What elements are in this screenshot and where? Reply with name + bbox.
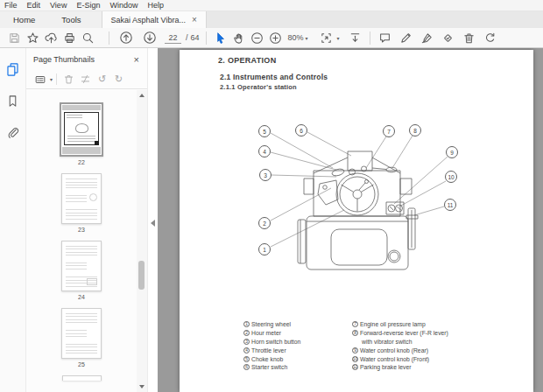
left-rail: [0, 48, 26, 392]
thumbnails-panel: Page Thumbnails × ▾ ↺ ↻ 22232425: [26, 48, 147, 392]
thumbnail-page-22[interactable]: 22: [60, 102, 103, 165]
callout-2: 2: [258, 217, 271, 229]
rotate-icon[interactable]: [481, 30, 499, 46]
sign-pen-icon[interactable]: [418, 30, 436, 46]
menu-file[interactable]: File: [4, 1, 18, 10]
scrollbar-thumb[interactable]: [138, 261, 145, 290]
select-tool-icon[interactable]: [211, 30, 229, 46]
hand-tool-icon[interactable]: [229, 30, 248, 46]
panel-toolbar-divider: [56, 74, 57, 85]
legend-text: Parking brake lever: [360, 364, 412, 370]
callout-7: 7: [383, 125, 395, 137]
search-icon[interactable]: [79, 30, 97, 46]
chevron-down-icon[interactable]: ▾: [337, 35, 340, 41]
close-panel-icon[interactable]: ×: [134, 54, 139, 65]
thumbnail-page-24[interactable]: 24: [61, 241, 102, 300]
legend-item-4: 4Throttle lever: [243, 346, 300, 354]
thumbnail-page-23[interactable]: 23: [61, 173, 102, 233]
insert-pages-icon[interactable]: [77, 72, 94, 87]
document-tab-title: Sakai Asphalt Vibra...: [111, 16, 186, 24]
thumbnail-decoration: [66, 178, 97, 191]
next-page-icon[interactable]: [140, 30, 159, 46]
scroll-down-icon[interactable]: [139, 385, 145, 388]
fit-page-icon[interactable]: [317, 30, 335, 46]
menu-bar: FileEditViewE-SignWindowHelp: [0, 0, 543, 11]
thumbnail-page-number: 23: [78, 227, 85, 233]
panel-toolbar: ▾ ↺ ↻: [26, 70, 147, 89]
callout-3: 3: [259, 169, 272, 181]
star-favorite-icon[interactable]: [24, 30, 42, 46]
attachments-paperclip-icon[interactable]: [4, 123, 22, 141]
legend-text: Horn switch button: [251, 339, 300, 345]
comment-icon[interactable]: [376, 30, 394, 46]
callout-11: 11: [444, 199, 456, 211]
thumbnail-image[interactable]: [60, 102, 103, 157]
collapse-panel-icon[interactable]: [151, 220, 155, 227]
thumbnail-decoration: [66, 313, 97, 326]
scroll-up-icon[interactable]: [139, 94, 145, 97]
toolbar-divider: [206, 32, 207, 45]
acrobat-window: FileEditViewE-SignWindowHelp Home Tools …: [0, 0, 543, 392]
share-upload-icon[interactable]: [42, 30, 60, 46]
bookmarks-icon[interactable]: [4, 92, 22, 109]
tab-tools[interactable]: Tools: [48, 11, 94, 28]
legend-right-column: 7Engine oil pressure lamp8Forward-revers…: [352, 320, 448, 372]
document-pane[interactable]: 2. OPERATION 2.1 Instruments and Control…: [158, 48, 543, 392]
legend-text: Hour meter: [251, 330, 281, 336]
legend-item-3: 3Horn switch button: [243, 338, 300, 346]
save-icon[interactable]: [5, 30, 24, 46]
highlight-pencil-icon[interactable]: [397, 30, 415, 46]
rotate-right-icon[interactable]: ↻: [110, 72, 127, 87]
legend-item-2: 2Hour meter: [243, 329, 300, 338]
page-total: 64: [191, 33, 200, 42]
zoom-level-dropdown[interactable]: 80% ▾: [288, 33, 308, 42]
thumbnail-decoration: [66, 246, 97, 258]
legend-number: 5: [243, 356, 250, 362]
legend-item-5: 5Choke knob: [243, 354, 300, 363]
thumbnail-page-number: 22: [78, 159, 85, 165]
menu-esign[interactable]: E-Sign: [76, 1, 100, 10]
thumbnail-image[interactable]: [61, 173, 102, 224]
main-toolbar: / 64 80% ▾ ▾: [0, 28, 543, 48]
stamp-icon[interactable]: [439, 30, 457, 46]
legend-number: 4: [243, 347, 250, 354]
menu-view[interactable]: View: [50, 1, 67, 10]
legend-text: Starter switch: [251, 364, 287, 370]
thumbnail-decoration: [64, 112, 99, 145]
zoom-out-icon[interactable]: [248, 30, 266, 46]
rotate-left-icon[interactable]: ↺: [94, 72, 110, 87]
menu-help[interactable]: Help: [147, 1, 164, 10]
thumbnail-decoration: [67, 115, 82, 118]
delete-pages-icon[interactable]: [60, 72, 77, 87]
zoom-in-icon[interactable]: [266, 30, 285, 46]
legend-item-10: 10Water control knob (Front): [352, 354, 448, 363]
page-indicator: / 64: [165, 32, 200, 44]
thumbnail-image[interactable]: [61, 308, 102, 359]
page-number-input[interactable]: [165, 32, 181, 44]
legend-number: 2: [243, 330, 250, 336]
legend-number: 9: [352, 347, 358, 354]
page-thumbnails-icon[interactable]: [4, 60, 22, 78]
callout-10: 10: [445, 171, 457, 183]
callout-6: 6: [295, 124, 307, 136]
legend-item-7: 7Engine oil pressure lamp: [352, 320, 448, 329]
panel-scrollbar[interactable]: [137, 90, 147, 392]
close-tab-icon[interactable]: ×: [192, 16, 197, 24]
thumbnail-options-icon[interactable]: [32, 72, 48, 87]
thumbnail-partial-next[interactable]: [62, 375, 102, 381]
callout-8: 8: [409, 124, 421, 136]
tab-document[interactable]: Sakai Asphalt Vibra... ×: [102, 11, 207, 28]
page-scrolling-icon[interactable]: [346, 30, 364, 46]
zoom-level-value: 80%: [288, 33, 304, 42]
thumbnail-page-25[interactable]: 25: [61, 308, 102, 368]
chevron-down-icon[interactable]: ▾: [50, 76, 53, 82]
menu-window[interactable]: Window: [109, 1, 138, 10]
previous-page-icon[interactable]: [116, 30, 135, 46]
print-icon[interactable]: [60, 30, 79, 46]
tab-home[interactable]: Home: [0, 11, 48, 28]
delete-icon[interactable]: [460, 30, 478, 46]
toolbar-divider: [370, 32, 370, 45]
panel-resizer[interactable]: [147, 48, 158, 392]
menu-edit[interactable]: Edit: [27, 1, 41, 10]
thumbnail-image[interactable]: [61, 241, 102, 291]
